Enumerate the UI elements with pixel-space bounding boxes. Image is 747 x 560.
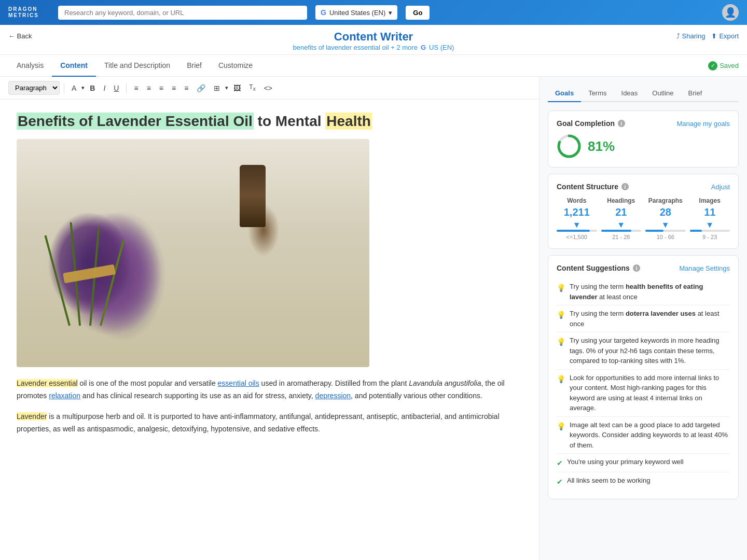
title-highlight-green: Benefits of Lavender Essential Oil	[17, 113, 254, 130]
essential-oils-link[interactable]: essential oils	[218, 379, 259, 387]
suggestion-item-1: 💡 Try using the term health benefits of …	[557, 278, 730, 305]
structure-words: Words 1,211 ▼ <=1,500	[557, 197, 597, 240]
images-bar	[690, 230, 730, 232]
paragraphs-range: 10 - 66	[645, 234, 686, 240]
info-icon-goal[interactable]: i	[618, 120, 625, 127]
paragraphs-arrow: ▼	[645, 220, 686, 230]
content-suggestions-card: Content Suggestions i Manage Settings 💡 …	[548, 255, 739, 499]
article-title[interactable]: Benefits of Lavender Essential Oil to Me…	[17, 112, 522, 131]
editor-area: Paragraph A ▾ B I U ≡ ≡ ≡ ≡ ≡ 🔗 ⊞ ▾ 🖼 Tx…	[0, 77, 540, 560]
sidebar-tab-goals[interactable]: Goals	[548, 85, 581, 102]
suggestions-list: 💡 Try using the term health benefits of …	[557, 278, 730, 491]
toolbar-separator-2	[126, 83, 127, 93]
headings-bar	[601, 230, 642, 232]
suggestion-text-4: Look for opportunities to add more inter…	[570, 373, 730, 413]
export-icon: ⬆	[711, 32, 717, 40]
align-center-button[interactable]: ≡	[144, 82, 154, 94]
chevron-icon-table: ▾	[225, 85, 228, 91]
latin-name: Lavandula angustifolia	[409, 379, 481, 387]
content-body: Benefits of Lavender Essential Oil to Me…	[0, 100, 539, 456]
paragraphs-value: 28	[645, 206, 686, 218]
ordered-list-button[interactable]: ≡	[169, 82, 179, 94]
suggestion-item-4: 💡 Look for opportunities to add more int…	[557, 370, 730, 417]
search-bar[interactable]	[58, 6, 307, 20]
align-right-button[interactable]: ≡	[156, 82, 167, 94]
depression-link[interactable]: depression	[315, 391, 351, 400]
tab-customize[interactable]: Customize	[210, 55, 261, 77]
code-button[interactable]: <>	[261, 82, 275, 94]
images-range: 9 - 23	[690, 234, 730, 240]
image-button[interactable]: 🖼	[230, 82, 244, 94]
highlight-lavender-essential: Lavender essential	[17, 379, 78, 387]
headings-value: 21	[601, 206, 642, 218]
align-left-button[interactable]: ≡	[131, 82, 141, 94]
search-input[interactable]	[64, 9, 301, 17]
suggestion-item-2: 💡 Try using the term doterra lavender us…	[557, 305, 730, 332]
bulb-icon-2: 💡	[557, 310, 565, 320]
content-structure-card: Content Structure i Adjust Words 1,211 ▼…	[548, 174, 739, 249]
main-tabs: Analysis Content Title and Description B…	[0, 55, 747, 77]
headings-bar-fill	[601, 230, 631, 232]
text-style-button[interactable]: Tx	[246, 81, 258, 94]
underline-button[interactable]: U	[110, 82, 122, 94]
check-icon-2: ✔	[557, 477, 563, 487]
sidebar-tab-outline[interactable]: Outline	[645, 85, 681, 102]
avatar[interactable]: 👤	[722, 4, 739, 21]
bulb-icon-1: 💡	[557, 283, 565, 293]
adjust-link[interactable]: Adjust	[711, 183, 730, 191]
paragraphs-bar	[645, 230, 686, 232]
country-label: United States (EN)	[329, 9, 385, 17]
sidebar-tab-terms[interactable]: Terms	[581, 85, 614, 102]
table-button[interactable]: ⊞	[211, 82, 223, 94]
info-icon-structure[interactable]: i	[621, 183, 629, 190]
highlight-lavender: Lavender	[17, 412, 47, 421]
sidebar-tabs: Goals Terms Ideas Outline Brief	[548, 85, 739, 102]
manage-goals-link[interactable]: Manage my goals	[676, 120, 730, 128]
go-button[interactable]: Go	[406, 6, 430, 20]
tab-title-description[interactable]: Title and Description	[96, 55, 178, 77]
check-icon: ✓	[708, 61, 717, 71]
suggestion-text-6: You're using your primary keyword well	[567, 457, 684, 467]
suggestions-title: Content Suggestions i	[557, 264, 640, 272]
sidebar: Goals Terms Ideas Outline Brief Goal Com…	[540, 77, 747, 560]
suggestion-text-1: Try using the term health benefits of ea…	[570, 282, 730, 302]
words-bar-fill	[557, 230, 590, 232]
tab-content[interactable]: Content	[52, 55, 96, 77]
font-color-button[interactable]: A	[68, 82, 79, 94]
headings-range: 21 - 28	[601, 234, 642, 240]
relaxation-link[interactable]: relaxation	[49, 391, 80, 400]
tab-analysis[interactable]: Analysis	[8, 55, 52, 77]
images-label: Images	[690, 197, 730, 204]
suggestion-text-2: Try using the term doterra lavender uses…	[570, 309, 730, 329]
suggestion-text-5: Image alt text can be a good place to ad…	[570, 420, 730, 451]
unordered-list-button[interactable]: ≡	[181, 82, 191, 94]
bold-button[interactable]: B	[87, 82, 98, 94]
editor-toolbar: Paragraph A ▾ B I U ≡ ≡ ≡ ≡ ≡ 🔗 ⊞ ▾ 🖼 Tx…	[0, 77, 539, 100]
words-range: <=1,500	[557, 234, 597, 240]
country-selector[interactable]: G United States (EN) ▾	[315, 5, 397, 20]
words-label: Words	[557, 197, 597, 204]
sharing-link[interactable]: ⤴ Sharing	[676, 32, 706, 40]
goal-completion-header: Goal Completion i Manage my goals	[557, 119, 730, 128]
link-button[interactable]: 🔗	[193, 82, 209, 94]
paragraph-style-select[interactable]: Paragraph	[8, 81, 60, 95]
chevron-icon-font: ▾	[81, 85, 85, 91]
info-icon-suggestions[interactable]: i	[633, 264, 640, 272]
words-value: 1,211	[557, 206, 597, 218]
top-navigation: DRAGON METRICS G United States (EN) ▾ Go…	[0, 0, 747, 25]
export-link[interactable]: ⬆ Export	[711, 32, 739, 40]
subtitle: benefits of lavender essential oil + 2 m…	[8, 44, 739, 51]
manage-settings-link[interactable]: Manage Settings	[679, 264, 730, 272]
google-logo-b: G	[321, 8, 326, 17]
bulb-icon-5: 💡	[557, 421, 565, 432]
images-value: 11	[690, 206, 730, 218]
back-link[interactable]: ← Back	[8, 32, 32, 40]
tab-brief[interactable]: Brief	[178, 55, 210, 77]
suggestion-item-7: ✔ All links seem to be working	[557, 472, 730, 491]
goal-percent-value: 81%	[588, 138, 615, 155]
italic-button[interactable]: I	[100, 82, 108, 94]
sidebar-tab-ideas[interactable]: Ideas	[614, 85, 645, 102]
sidebar-tab-brief[interactable]: Brief	[681, 85, 710, 102]
subtitle-text: benefits of lavender essential oil + 2 m…	[293, 44, 418, 51]
title-highlight-yellow: Health	[325, 113, 372, 130]
